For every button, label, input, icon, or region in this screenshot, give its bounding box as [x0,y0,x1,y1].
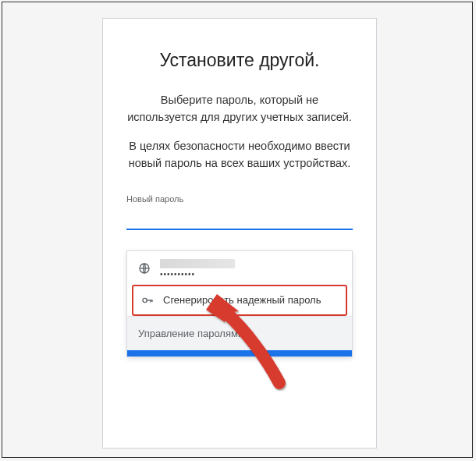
saved-domain-blurred [160,259,235,268]
manage-passwords-label: Управление паролями [138,328,243,339]
saved-password-option[interactable]: •••••••••• [127,251,352,285]
svg-rect-3 [150,300,151,302]
globe-icon [138,262,151,275]
outer-frame: Установите другой. Выберите пароль, кото… [2,2,473,458]
password-suggestion-dropdown: •••••••••• Сгенерировать надежный пароль… [126,250,353,357]
bottom-accent-bar [127,350,352,356]
password-input[interactable] [126,208,353,230]
generate-password-option[interactable]: Сгенерировать надежный пароль [132,285,347,316]
key-icon [141,294,154,307]
subtitle-text: Выберите пароль, который не используется… [126,91,353,126]
svg-rect-2 [147,300,152,300]
svg-rect-4 [151,300,152,302]
manage-passwords-option[interactable]: Управление паролями [127,316,352,350]
generate-password-label: Сгенерировать надежный пароль [163,294,321,306]
saved-password-mask: •••••••••• [160,270,235,278]
field-label: Новый пароль [126,194,353,204]
svg-point-1 [143,298,147,302]
page-title: Установите другой. [126,50,353,71]
note-text: В целях безопасности необходимо ввести н… [126,137,353,172]
password-card: Установите другой. Выберите пароль, кото… [102,18,377,449]
